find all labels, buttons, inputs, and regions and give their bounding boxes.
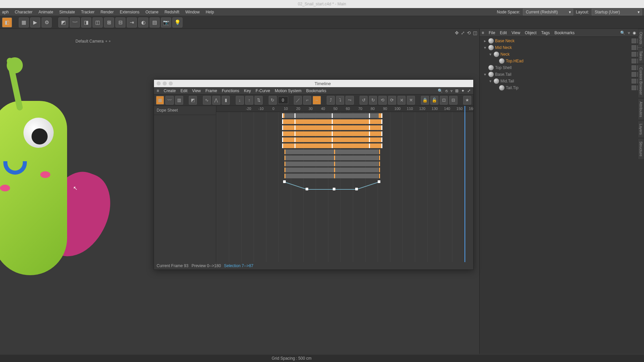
keyframe[interactable] xyxy=(284,156,285,160)
menu-item[interactable]: Character xyxy=(15,10,33,14)
keyframe[interactable] xyxy=(294,137,296,142)
hamburger-icon[interactable]: ≡ xyxy=(482,31,484,35)
mode-icon[interactable]: ◩ xyxy=(189,96,197,105)
visibility-toggle[interactable] xyxy=(632,52,636,57)
keyframe[interactable] xyxy=(381,119,382,124)
keyframe[interactable] xyxy=(381,143,382,148)
side-tab[interactable]: Layers xyxy=(638,121,644,138)
keyframe-bar[interactable] xyxy=(284,162,379,166)
menu-item[interactable]: Extensions xyxy=(120,10,140,14)
visibility-toggle[interactable] xyxy=(632,85,636,90)
keyframe[interactable] xyxy=(381,137,382,142)
key-del-icon[interactable]: ↑ xyxy=(245,96,253,105)
keyframe[interactable] xyxy=(334,174,335,178)
lock-b-icon[interactable]: 🔓 xyxy=(430,96,438,105)
layout-dropdown[interactable]: Startup (User) xyxy=(592,9,642,15)
keyframe[interactable] xyxy=(284,162,285,166)
link-icon[interactable]: ⎋ xyxy=(445,88,448,93)
keyframe-bar[interactable] xyxy=(284,174,379,178)
bend-icon[interactable]: ◐ xyxy=(138,17,148,27)
keyframe[interactable] xyxy=(284,168,285,172)
keyframe[interactable] xyxy=(294,113,296,118)
menu-item[interactable]: Help xyxy=(206,10,214,14)
obj-menu-item[interactable]: File xyxy=(489,31,495,35)
eye-icon[interactable]: ◉ xyxy=(633,31,636,35)
object-row[interactable]: ▾ Mid.Tail xyxy=(482,78,642,84)
more-icon[interactable]: ✦ xyxy=(461,88,465,93)
menu-item[interactable]: Tracker xyxy=(81,10,94,14)
close-icon[interactable] xyxy=(157,81,161,85)
tl-menu-item[interactable]: Functions xyxy=(222,88,239,93)
menu-item[interactable]: Window xyxy=(185,10,200,14)
keyframe[interactable] xyxy=(369,131,370,136)
time-ruler[interactable]: -20-100102030405060708090100110120130140… xyxy=(216,106,473,112)
keyframe[interactable] xyxy=(282,137,283,142)
keyframe[interactable] xyxy=(282,131,283,136)
expander-icon[interactable]: ▸ xyxy=(483,39,487,43)
linear-icon[interactable]: ／ xyxy=(294,96,302,105)
keyframe[interactable] xyxy=(334,162,335,166)
dope-sheet-icon[interactable]: ▦ xyxy=(156,96,164,105)
side-tab[interactable]: Content Browser xyxy=(638,64,644,98)
undo-icon[interactable]: ▦ xyxy=(19,17,29,27)
ease-in-icon[interactable]: ⤴ xyxy=(327,96,335,105)
filter-icon[interactable]: ▿ xyxy=(628,31,630,35)
obj-menu-item[interactable]: Object xyxy=(525,31,537,35)
obj-menu-item[interactable]: Tags xyxy=(541,31,550,35)
visibility-toggle[interactable] xyxy=(632,45,636,50)
tl-menu-item[interactable]: Edit xyxy=(180,88,187,93)
playhead[interactable] xyxy=(465,106,465,262)
side-tab[interactable]: Takes xyxy=(638,48,644,64)
keyframe[interactable] xyxy=(369,119,370,124)
obj-menu-item[interactable]: Bookmarks xyxy=(554,31,575,35)
side-tab[interactable]: Attributes xyxy=(638,99,644,120)
vp-maximize-icon[interactable]: ◫ xyxy=(473,30,477,36)
timeline-graph[interactable]: -20-100102030405060708090100110120130140… xyxy=(216,106,473,262)
tl-menu-item[interactable]: Bookmarks xyxy=(306,88,326,93)
vp-move-icon[interactable]: ✥ xyxy=(455,30,459,36)
menu-item[interactable]: Octane xyxy=(146,10,159,14)
rotation-value[interactable]: 0 xyxy=(278,97,288,104)
vp-zoom-icon[interactable]: ⤢ xyxy=(461,30,465,36)
key-add-icon[interactable]: ↓ xyxy=(236,96,244,105)
tl-menu-item[interactable]: Key xyxy=(244,88,251,93)
keyframe[interactable] xyxy=(381,125,382,130)
curve-handle[interactable] xyxy=(283,180,286,183)
keyframe[interactable] xyxy=(332,131,333,136)
menu-item[interactable]: Animate xyxy=(39,10,53,14)
lock-a-icon[interactable]: 🔒 xyxy=(421,96,429,105)
curve-a-icon[interactable]: ∿ xyxy=(203,96,211,105)
array-icon[interactable]: ⊞ xyxy=(104,17,114,27)
motion-icon[interactable]: ▥ xyxy=(175,96,183,105)
keyframe[interactable] xyxy=(379,156,380,160)
floor-icon[interactable]: ▤ xyxy=(150,17,160,27)
minimize-icon[interactable] xyxy=(163,81,167,85)
fcurve-icon[interactable]: 〰 xyxy=(165,96,173,105)
side-tab[interactable]: Objects xyxy=(638,29,644,47)
visibility-toggle[interactable] xyxy=(632,72,636,77)
keyframe[interactable] xyxy=(332,119,333,124)
curve-b-icon[interactable]: ⋀ xyxy=(212,96,220,105)
keyframe-bar[interactable] xyxy=(284,168,379,172)
tl-menu-item[interactable]: Create xyxy=(164,88,176,93)
keyframe[interactable] xyxy=(334,168,335,172)
keyframe[interactable] xyxy=(294,143,296,148)
object-row[interactable]: Tail.Tip xyxy=(482,84,642,90)
lock-c-icon[interactable]: ⊡ xyxy=(440,96,448,105)
ease-both-icon[interactable]: ⤳ xyxy=(345,96,354,105)
rot-icon[interactable]: ↻ xyxy=(269,96,277,105)
vp-rotate-icon[interactable]: ⟲ xyxy=(467,30,471,36)
expander-icon[interactable]: ▾ xyxy=(483,72,487,77)
curve-c-icon[interactable]: ▮ xyxy=(222,96,230,105)
menu-item[interactable]: Simulate xyxy=(59,10,75,14)
spline-tangent-icon[interactable]: ⌢ xyxy=(313,96,321,105)
camera-icon[interactable]: 📷 xyxy=(161,17,171,27)
loop-a-icon[interactable]: ↺ xyxy=(360,96,368,105)
menu-item[interactable]: aph xyxy=(2,10,9,14)
object-row[interactable]: Top.HEad xyxy=(482,58,642,64)
keyframe[interactable] xyxy=(282,119,283,124)
keyframe[interactable] xyxy=(294,131,296,136)
menu-item[interactable]: Render xyxy=(101,10,114,14)
light-icon[interactable]: 💡 xyxy=(172,17,182,27)
tl-menu-item[interactable]: Motion System xyxy=(275,88,301,93)
